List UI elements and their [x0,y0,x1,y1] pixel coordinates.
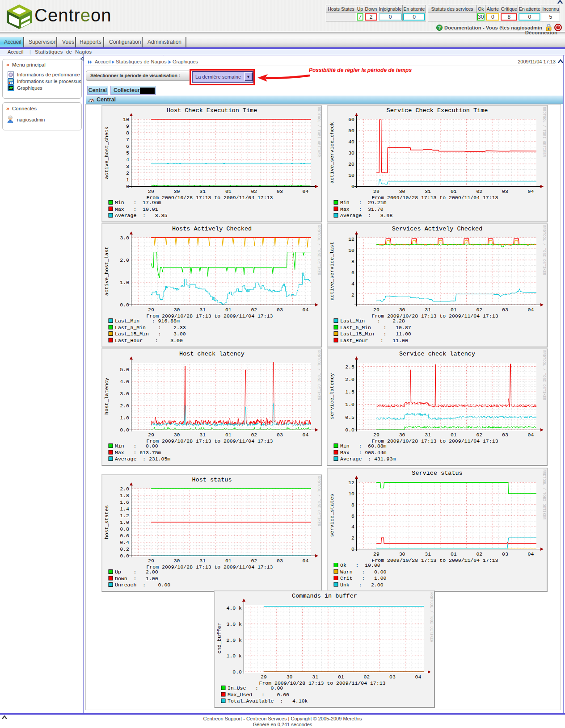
svg-text:31: 31 [312,674,318,680]
svg-text:0: 0 [126,184,129,189]
svg-text:40: 40 [348,139,354,145]
svg-text:Hosts Actively Checked: Hosts Actively Checked [172,226,252,232]
svg-text:02: 02 [251,188,257,194]
svg-text:2.0 k: 2.0 k [226,637,242,643]
svg-text:host_states: host_states [104,505,110,539]
svg-text:0: 0 [351,184,354,189]
svg-text:10: 10 [348,491,354,497]
svg-text:0.8: 0.8 [120,526,129,532]
svg-text:active_host_last: active_host_last [104,247,110,296]
svg-text:From 2009/10/28 17:13 to 2009/: From 2009/10/28 17:13 to 2009/11/04 17:1… [372,438,498,444]
svg-text:2: 2 [351,292,354,298]
svg-text:Average : 231.05m: Average : 231.05m [115,456,170,462]
svg-text:4.0: 4.0 [120,379,129,385]
svg-text:0.0: 0.0 [120,302,129,308]
svg-text:02: 02 [476,188,482,194]
svg-text:1: 1 [126,177,129,183]
svg-text:04: 04 [303,432,309,438]
svg-text:01: 01 [451,551,457,557]
svg-text:30: 30 [399,307,405,313]
svg-text:30: 30 [348,150,354,156]
svg-text:0.0: 0.0 [345,427,354,433]
svg-text:1.6: 1.6 [120,499,129,505]
svg-text:RRDTOOL / TOBI OETIKER: RRDTOOL / TOBI OETIKER [429,592,434,642]
svg-text:02: 02 [251,307,257,313]
svg-text:Min : 0.00: Min : 0.00 [115,443,158,449]
svg-text:Max : 31.70: Max : 31.70 [340,206,384,212]
svg-text:active_service_last: active_service_last [329,242,335,300]
svg-text:8: 8 [351,502,354,508]
svg-text:Average : 3.98: Average : 3.98 [340,213,392,218]
svg-text:29: 29 [148,558,154,564]
svg-text:1.0 k: 1.0 k [226,653,242,659]
svg-text:31: 31 [199,558,206,564]
svg-text:RRDTOOL / TOBI OETIKER: RRDTOOL / TOBI OETIKER [542,350,546,400]
svg-text:RRDTOOL / TOBI OETIKER: RRDTOOL / TOBI OETIKER [542,107,546,157]
svg-text:Last_15_Min : 11.00: Last_15_Min : 11.00 [340,331,411,337]
svg-text:01: 01 [225,432,232,438]
svg-text:service_states: service_states [329,494,335,537]
svg-text:30: 30 [399,551,405,557]
svg-text:Average : 431.93m: Average : 431.93m [340,456,396,462]
svg-text:Last_5_Min : 10.87: Last_5_Min : 10.87 [340,325,411,331]
svg-text:1.4: 1.4 [120,506,129,512]
svg-text:03: 03 [502,551,508,557]
svg-text:Down : 1.00: Down : 1.00 [115,576,158,582]
svg-text:Ok : 10.00: Ok : 10.00 [340,562,380,568]
svg-text:Host status: Host status [192,477,232,483]
svg-text:29: 29 [373,307,379,313]
svg-text:Last_Hour : 3.00: Last_Hour : 3.00 [115,338,183,343]
svg-text:7: 7 [126,137,129,142]
svg-text:1.0: 1.0 [120,519,129,525]
svg-text:0.0: 0.0 [120,427,129,433]
svg-text:1.8: 1.8 [120,493,129,498]
svg-text:1.0: 1.0 [120,415,129,421]
svg-text:29: 29 [148,432,154,438]
svg-text:Crit : 1.00: Crit : 1.00 [340,575,387,581]
svg-text:Total_Available : 4.10k: Total_Available : 4.10k [228,698,308,704]
svg-text:04: 04 [415,674,422,680]
svg-text:03: 03 [277,558,283,564]
svg-text:30: 30 [399,432,405,438]
svg-text:02: 02 [251,558,257,564]
svg-text:2.0: 2.0 [120,257,129,263]
svg-text:From 2009/10/28 17:13 to 2009/: From 2009/10/28 17:13 to 2009/11/04 17:1… [372,557,498,563]
svg-text:5: 5 [126,150,129,156]
svg-text:0.0: 0.0 [120,553,129,559]
svg-text:02: 02 [251,432,257,438]
svg-text:30: 30 [174,558,180,564]
svg-text:01: 01 [225,307,232,313]
svg-text:3.0: 3.0 [120,235,129,241]
svg-text:31: 31 [199,188,206,194]
svg-text:5.0: 5.0 [120,367,129,372]
svg-text:From 2009/10/28 17:13 to 2009/: From 2009/10/28 17:13 to 2009/11/04 17:1… [372,195,498,201]
svg-text:Max : 613.75m: Max : 613.75m [115,450,161,456]
svg-text:2.5: 2.5 [345,364,354,370]
svg-text:03: 03 [502,432,508,438]
svg-text:1.0: 1.0 [120,280,129,285]
svg-text:31: 31 [425,432,431,438]
svg-text:RRDTOOL / TOBI OETIKER: RRDTOOL / TOBI OETIKER [542,225,546,275]
svg-text:Service status: Service status [412,470,462,477]
svg-text:Last_5_Min : 2.33: Last_5_Min : 2.33 [115,325,186,331]
svg-text:Service check latency: Service check latency [399,351,475,357]
svg-text:Last_Min : 2.28: Last_Min : 2.28 [340,318,405,324]
svg-text:RRDTOOL / TOBI OETIKER: RRDTOOL / TOBI OETIKER [316,225,321,275]
svg-text:04: 04 [303,558,309,564]
svg-text:01: 01 [451,307,457,313]
svg-text:RRDTOOL / TOBI OETIKER: RRDTOOL / TOBI OETIKER [542,469,546,519]
svg-text:Up : 2.00: Up : 2.00 [115,569,158,575]
svg-text:RRDTOOL / TOBI OETIKER: RRDTOOL / TOBI OETIKER [316,107,321,157]
svg-text:RRDTOOL / TOBI OETIKER: RRDTOOL / TOBI OETIKER [316,350,321,400]
svg-text:0.0: 0.0 [232,669,242,675]
svg-text:3.0 k: 3.0 k [226,621,242,627]
svg-text:02: 02 [363,674,370,680]
svg-text:03: 03 [502,188,508,194]
svg-text:2.0: 2.0 [345,377,354,382]
svg-text:20: 20 [348,161,354,167]
svg-text:29: 29 [148,307,154,313]
svg-text:2: 2 [126,170,129,176]
svg-text:Min : 60.88m: Min : 60.88m [340,443,387,449]
svg-text:From 2009/10/28 17:13 to 2009/: From 2009/10/28 17:13 to 2009/11/04 17:1… [147,564,273,570]
svg-text:29: 29 [373,188,379,194]
